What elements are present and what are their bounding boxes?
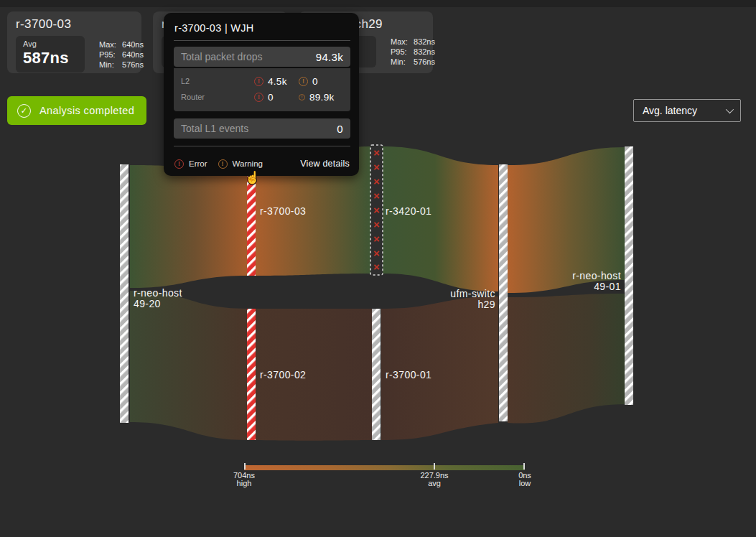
node-tooltip: r-3700-03 | WJH Total packet drops 94.3k… xyxy=(164,13,359,176)
total-packet-drops-value: 94.3k xyxy=(316,51,343,63)
legend-tick-high xyxy=(244,463,246,470)
node-r-neo-host-49-01[interactable] xyxy=(625,146,633,405)
avg-value: 587ns xyxy=(23,49,78,67)
l2-error-count: 4.5k xyxy=(268,76,287,87)
total-packet-drops-panel: Total packet drops 94.3k xyxy=(174,47,350,67)
card-title: r-3700-03 xyxy=(16,17,134,32)
legend-avg: 227.9nsavg xyxy=(409,472,459,487)
legend-tick-avg xyxy=(434,463,435,470)
flow-host4920-r370002[interactable] xyxy=(130,291,248,440)
legend-tick-low xyxy=(523,463,525,470)
node-r-3420-01-excluded[interactable]: ××× ××× ××× xyxy=(370,145,383,275)
metric-card-r-3700-03[interactable]: r-3700-03 Avg 587ns Max:640ns P95:640ns … xyxy=(7,11,141,73)
flow-ufmswitch-host4901-low[interactable] xyxy=(508,294,625,424)
svg-text:×: × xyxy=(373,247,380,259)
svg-text:×: × xyxy=(373,233,380,245)
svg-text:×: × xyxy=(373,175,380,187)
svg-text:×: × xyxy=(373,161,380,173)
warning-icon: ! xyxy=(299,77,308,86)
tooltip-divider xyxy=(174,40,350,41)
flow-host4920-r370003[interactable] xyxy=(130,165,248,288)
error-icon: ! xyxy=(254,93,263,102)
node-r-3700-01[interactable] xyxy=(372,309,381,440)
warning-legend-icon: ! xyxy=(218,159,228,169)
router-error-count: 0 xyxy=(268,92,274,103)
node-r-3700-02[interactable] xyxy=(247,309,256,440)
svg-text:×: × xyxy=(373,261,380,273)
l2-warning-count: 0 xyxy=(312,76,318,87)
router-warning-count: 89.9k xyxy=(309,92,335,103)
warning-icon-small: ! xyxy=(299,94,305,101)
wjh-latency-dashboard: ××× ××× ××× r-neo-host49-20 r-3700-03 r-… xyxy=(0,0,756,537)
card-stats: Max:640ns P95:640ns Min:576ns xyxy=(99,39,144,70)
legend-high: 704nshigh xyxy=(219,472,269,487)
node-ufm-switch[interactable] xyxy=(499,164,508,421)
error-icon: ! xyxy=(254,77,263,86)
drop-row-l2: L2 ! 4.5k ! 0 xyxy=(181,73,343,89)
label-r-3700-03: r-3700-03 xyxy=(260,206,306,217)
label-r-neo-host-49-20: r-neo-host49-20 xyxy=(134,288,182,309)
analysis-status-label: Analysis completed xyxy=(39,105,134,116)
drop-row-router: Router ! 0 ! 89.9k xyxy=(181,89,343,105)
node-r-neo-host-49-20[interactable] xyxy=(120,164,129,423)
label-r-3420-01: r-3420-01 xyxy=(386,206,431,217)
node-r-3700-03[interactable] xyxy=(247,169,256,276)
label-r-neo-host-49-01: r-neo-host49-01 xyxy=(549,271,621,292)
error-legend-icon: ! xyxy=(174,159,184,169)
label-ufm-switch: ufm-switch29 xyxy=(431,289,495,310)
chevron-down-icon xyxy=(726,106,734,113)
avg-box: Avg 587ns xyxy=(16,36,85,73)
card-stats: Max:832ns P95:832ns Min:576ns xyxy=(391,37,435,67)
check-circle-icon: ✓ xyxy=(17,104,31,118)
svg-text:×: × xyxy=(373,218,380,230)
view-details-link[interactable]: View details xyxy=(300,159,350,169)
drop-category-rows: L2 ! 4.5k ! 0 Router ! 0 ! 89.9k xyxy=(174,68,350,111)
label-r-3700-02: r-3700-02 xyxy=(260,370,306,380)
excluded-x-marks: ××× ××× ××× xyxy=(373,146,380,273)
svg-text:×: × xyxy=(373,204,380,216)
legend-low: 0nslow xyxy=(500,472,550,487)
flow-r370001-ufmswitch[interactable] xyxy=(381,296,498,440)
total-l1-events-value: 0 xyxy=(337,123,343,135)
tooltip-title: r-3700-03 | WJH xyxy=(174,21,350,40)
metric-select-value: Avg. latency xyxy=(643,105,697,116)
total-l1-events-panel: Total L1 events 0 xyxy=(174,118,350,139)
sankey-diagram: ××× ××× ××× xyxy=(0,0,756,537)
label-r-3700-01: r-3700-01 xyxy=(386,370,431,380)
svg-text:×: × xyxy=(373,146,380,159)
tooltip-divider xyxy=(174,146,350,146)
svg-text:×: × xyxy=(373,190,380,202)
analysis-status-button[interactable]: ✓ Analysis completed xyxy=(7,96,146,125)
flow-r342001-ufmswitch[interactable] xyxy=(383,146,498,291)
metric-select-dropdown[interactable]: Avg. latency xyxy=(633,99,741,122)
tooltip-footer: ! Error ! Warning View details xyxy=(174,152,350,169)
latency-gradient-bar xyxy=(244,465,525,470)
